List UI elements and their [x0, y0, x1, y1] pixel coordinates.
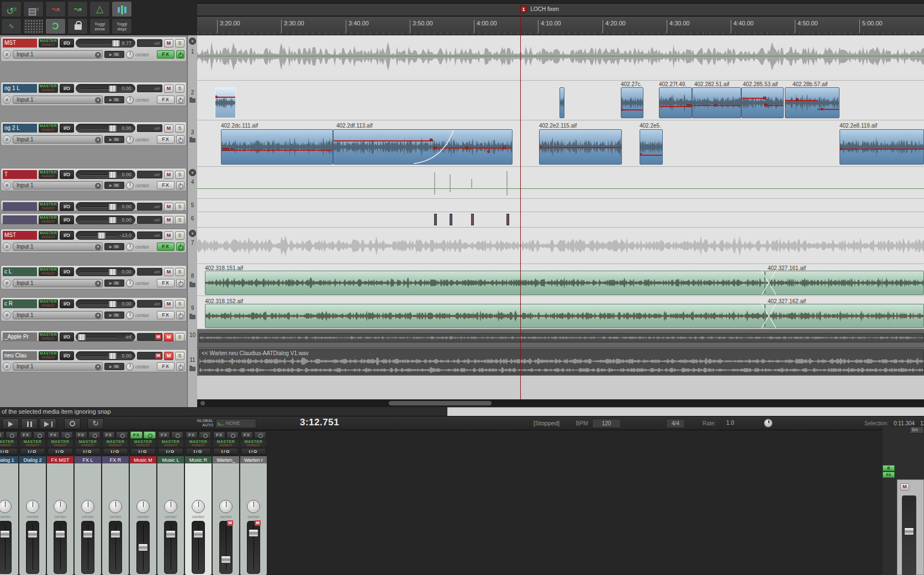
route-badge[interactable]: MASTERPARENT	[186, 440, 211, 447]
new-project-icon[interactable]: ▤1	[23, 1, 44, 17]
track-lane-9[interactable]: 402.318.152.aif 402.327.162.aif	[197, 296, 924, 329]
volume-fader[interactable]: 0.00	[76, 299, 135, 308]
input-select[interactable]: Input 1▼	[13, 311, 103, 319]
fx-bypass-button[interactable]	[6, 431, 18, 439]
media-item[interactable]	[741, 87, 784, 118]
folder-collapse-button[interactable]: ▼	[189, 230, 196, 237]
monitor-button[interactable]: ▶IN	[104, 279, 124, 287]
pan-knob[interactable]	[126, 279, 134, 287]
track-name[interactable]: c L	[3, 267, 37, 276]
solo-button[interactable]: S	[175, 300, 184, 308]
track-number[interactable]: 7	[188, 240, 197, 246]
mute-button[interactable]: M	[164, 203, 173, 211]
pan-knob[interactable]	[192, 500, 205, 513]
automation-mode-select[interactable]: NONE	[215, 419, 256, 428]
envelope-curve-icon[interactable]: ↝	[67, 1, 88, 17]
fx-bypass-button[interactable]: ⏼	[883, 465, 895, 471]
record-button[interactable]	[64, 418, 81, 429]
scrollbar-thumb[interactable]	[389, 401, 492, 405]
pan-knob[interactable]	[109, 500, 122, 513]
phase-button[interactable]: ø	[3, 181, 11, 189]
pan-knob[interactable]	[126, 182, 134, 189]
volume-fader[interactable]	[109, 521, 122, 574]
media-item[interactable]: << Warten neu Claudius-AATDialog V1.wav	[199, 349, 924, 374]
volume-fader[interactable]: 0.00	[76, 202, 135, 211]
selection-value-2[interactable]: 12	[920, 420, 924, 426]
waveform-display-icon[interactable]	[112, 1, 132, 17]
route-badge[interactable]: MASTERPARENT	[75, 440, 101, 447]
strip-name[interactable]: Music L	[157, 456, 184, 464]
triangle-envelope-icon[interactable]: △	[89, 1, 110, 17]
media-item[interactable]	[450, 214, 452, 225]
track-name[interactable]: MST	[3, 39, 37, 48]
strip-name[interactable]: Music M	[130, 456, 156, 464]
pause-button[interactable]	[21, 418, 38, 429]
playhead-cursor[interactable]	[520, 8, 521, 399]
media-item[interactable]	[765, 304, 924, 328]
input-select[interactable]: Input 1▼	[13, 242, 103, 251]
track-name[interactable]: neu Clau	[3, 351, 37, 360]
io-button[interactable]: I/O	[0, 448, 18, 455]
fx-button[interactable]: FX	[157, 279, 175, 287]
io-button[interactable]: I/O	[60, 215, 74, 224]
fx-bypass-button[interactable]	[254, 431, 266, 439]
pan-knob[interactable]	[126, 136, 134, 144]
fx-bypass-button[interactable]	[176, 135, 184, 144]
horizontal-scrollbar[interactable]	[197, 399, 924, 407]
fx-bypass-button[interactable]	[176, 242, 184, 251]
project-marker[interactable]: 1 LOCH fixen	[520, 6, 559, 13]
track-lane-5[interactable]	[197, 199, 924, 212]
route-badge[interactable]: MASTERPARENT	[39, 351, 58, 360]
solo-button[interactable]: S	[175, 216, 184, 224]
volume-fader[interactable]	[0, 521, 12, 574]
io-button[interactable]: I/O	[47, 448, 73, 455]
monitor-button[interactable]: ▶IN	[104, 182, 124, 189]
track-lane-4[interactable]	[197, 167, 924, 199]
io-button[interactable]: I/O	[130, 448, 156, 455]
io-button[interactable]: I/O	[60, 299, 74, 308]
media-item[interactable]	[205, 271, 765, 295]
fx-button[interactable]: FX	[157, 242, 175, 251]
fx-button[interactable]: FX	[20, 431, 32, 439]
track-lane-6[interactable]	[197, 212, 924, 228]
mute-button[interactable]: M	[900, 483, 909, 490]
route-badge[interactable]: MASTERPARENT	[39, 170, 58, 179]
input-select[interactable]: Input 1▼	[13, 181, 103, 189]
io-button[interactable]: I/O	[241, 448, 266, 455]
route-badge[interactable]: MASTERPARENT	[39, 124, 58, 133]
strip-name[interactable]: FX L	[75, 456, 101, 464]
empty-lane-area[interactable]	[197, 376, 924, 399]
fx-button[interactable]: FX	[157, 96, 175, 104]
route-badge[interactable]: MASTERPARENT	[39, 202, 58, 211]
route-badge[interactable]: MASTERPARENT	[0, 440, 18, 447]
solo-button[interactable]: S	[175, 39, 184, 48]
fx-bypass-button[interactable]	[176, 181, 184, 189]
monitor-button[interactable]: ▶IN	[104, 136, 124, 143]
media-item[interactable]	[434, 214, 437, 225]
track-name[interactable]: MST	[3, 231, 37, 240]
fx-bypass-button[interactable]	[199, 431, 211, 439]
media-item[interactable]	[539, 129, 622, 165]
mute-button[interactable]: M	[164, 333, 173, 341]
fx-button[interactable]: FX	[241, 431, 253, 439]
solo-button[interactable]: S	[175, 333, 184, 341]
fx-button[interactable]: FX	[157, 311, 175, 319]
solo-button[interactable]: S	[175, 352, 184, 360]
io-button[interactable]: I/O	[60, 231, 74, 240]
phase-button[interactable]: ø	[3, 96, 11, 104]
volume-fader[interactable]: M	[247, 521, 260, 574]
strip-name[interactable]: Warten r	[240, 456, 267, 464]
route-badge[interactable]: MASTERPARENT	[130, 440, 156, 447]
marker-lane[interactable]: 1 LOCH fixen	[197, 0, 924, 17]
route-badge[interactable]: MASTERPARENT	[39, 299, 58, 308]
io-button[interactable]: I/O	[158, 448, 183, 455]
input-select[interactable]: Input 1▼	[13, 50, 103, 59]
media-item[interactable]	[621, 87, 643, 118]
volume-fader[interactable]: 8.77	[76, 39, 135, 48]
track-name[interactable]: T	[3, 170, 37, 179]
track-lane-8[interactable]: 402.318.151.aif 402.327.161.aif	[197, 264, 924, 296]
io-button[interactable]: I/O	[60, 202, 74, 211]
track-name[interactable]: og 1 L	[3, 84, 37, 93]
toggle-displ-button[interactable]: Toggl displ	[112, 18, 132, 34]
track-name[interactable]	[3, 202, 37, 211]
